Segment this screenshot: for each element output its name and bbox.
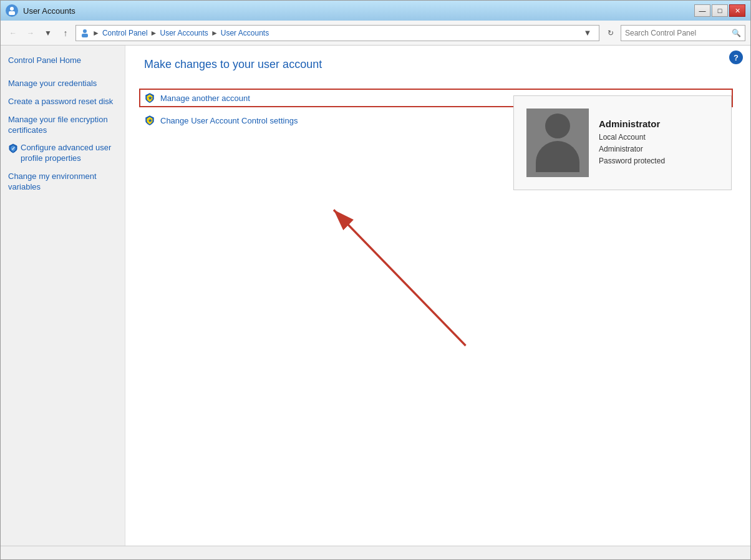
breadcrumb-sep-3: ► xyxy=(211,29,218,37)
search-box: 🔍 xyxy=(621,25,745,41)
svg-text:✓: ✓ xyxy=(11,146,16,152)
shield-icon-sidebar: ✓ xyxy=(8,143,18,153)
sidebar-password-reset-disk[interactable]: Create a password reset disk xyxy=(8,97,117,107)
breadcrumb-sep-2: ► xyxy=(150,29,158,37)
change-uac-link[interactable]: Change User Account Control settings xyxy=(160,116,298,125)
title-bar-left: User Accounts xyxy=(6,4,75,17)
title-bar: User Accounts — □ ✕ xyxy=(1,1,750,21)
dropdown-arrow-button[interactable]: ▼ xyxy=(41,26,56,41)
manage-another-account-link[interactable]: Manage another account xyxy=(160,94,250,103)
svg-text:★: ★ xyxy=(148,118,153,123)
avatar-figure xyxy=(536,113,579,172)
content-area: Control Panel Home Manage your credentia… xyxy=(1,46,750,546)
breadcrumb-user-accounts-1[interactable]: User Accounts xyxy=(160,29,208,37)
back-button[interactable]: ← xyxy=(6,26,21,41)
search-input[interactable] xyxy=(625,29,729,37)
sidebar-configure-profile-link[interactable]: Configure advanced user profile properti… xyxy=(21,143,117,164)
avatar xyxy=(526,109,589,177)
avatar-head xyxy=(545,113,570,138)
sidebar-control-panel-home[interactable]: Control Panel Home xyxy=(8,56,117,66)
panel-title: Make changes to your user account xyxy=(144,58,732,71)
sidebar-manage-credentials[interactable]: Manage your credentials xyxy=(8,79,117,89)
breadcrumb-sep-1: ► xyxy=(92,29,100,37)
forward-button[interactable]: → xyxy=(23,26,38,41)
maximize-button[interactable]: □ xyxy=(712,4,728,17)
breadcrumb-user-accounts-2[interactable]: User Accounts xyxy=(221,29,269,37)
up-button[interactable]: ↑ xyxy=(58,26,73,41)
shield-icon-manage: ★ xyxy=(144,92,155,104)
app-icon xyxy=(6,4,18,17)
minimize-button[interactable]: — xyxy=(694,4,710,17)
avatar-body xyxy=(536,141,579,172)
sidebar-configure-profile: ✓ Configure advanced user profile proper… xyxy=(8,143,117,164)
help-icon[interactable]: ? xyxy=(729,51,743,64)
main-panel: ? Make changes to your user account ★ Ma… xyxy=(125,46,750,546)
account-name: Administrator xyxy=(599,118,719,129)
account-card: Administrator Local Account Administrato… xyxy=(513,95,732,190)
sidebar: Control Panel Home Manage your credentia… xyxy=(1,46,125,546)
account-info: Administrator Local Account Administrato… xyxy=(599,118,719,168)
account-detail-admin: Administrator xyxy=(599,143,719,155)
shield-icon-uac: ★ xyxy=(144,115,155,126)
refresh-button[interactable]: ↻ xyxy=(603,26,618,41)
svg-point-0 xyxy=(10,7,14,11)
svg-rect-3 xyxy=(82,34,88,37)
window-title: User Accounts xyxy=(23,6,75,16)
address-dropdown-button[interactable]: ▼ xyxy=(580,26,595,41)
svg-point-2 xyxy=(83,29,87,33)
address-bar-icon xyxy=(80,28,90,38)
account-detail-local: Local Account xyxy=(599,132,719,143)
title-bar-buttons: — □ ✕ xyxy=(694,4,745,17)
sidebar-environment-variables[interactable]: Change my environment variables xyxy=(8,171,117,193)
close-button[interactable]: ✕ xyxy=(729,4,745,17)
account-detail-password: Password protected xyxy=(599,155,719,167)
status-bar xyxy=(1,546,750,559)
svg-rect-1 xyxy=(9,11,15,15)
nav-bar: ← → ▼ ↑ ► Control Panel ► User Accounts … xyxy=(1,21,750,46)
address-bar: ► Control Panel ► User Accounts ► User A… xyxy=(75,25,599,41)
svg-line-8 xyxy=(334,210,466,346)
sidebar-file-encryption[interactable]: Manage your file encryption certificates xyxy=(8,115,117,136)
breadcrumb-control-panel[interactable]: Control Panel xyxy=(102,29,148,37)
svg-text:★: ★ xyxy=(148,95,153,101)
search-icon[interactable]: 🔍 xyxy=(732,29,741,37)
window: User Accounts — □ ✕ ← → ▼ ↑ ► Control Pa… xyxy=(0,0,751,560)
